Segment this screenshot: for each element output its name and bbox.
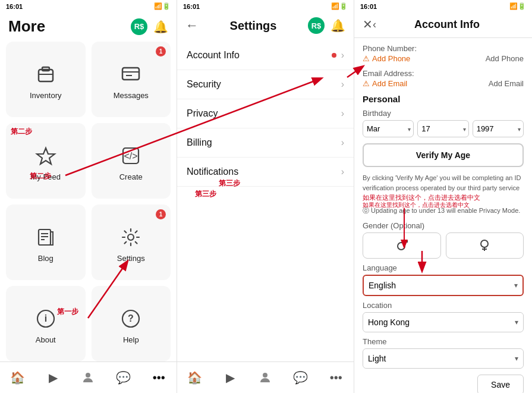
language-select-wrap: English 中文 Español Français	[363, 275, 524, 296]
account-close-btn[interactable]: ✕	[363, 17, 373, 32]
more-grid: Inventory 1 Messages 第二步 My Feed	[0, 42, 177, 361]
grid-item-help[interactable]: ? Help	[92, 286, 171, 361]
account-info-chevron: ›	[341, 50, 344, 61]
birthday-year-select[interactable]: 1997	[473, 120, 524, 137]
save-button[interactable]: Save	[477, 375, 524, 393]
add-email-link[interactable]: ⚠ Add Email	[363, 79, 407, 88]
nav-chat[interactable]: 💬	[113, 367, 134, 388]
billing-label: Billing	[187, 137, 212, 148]
account-body: Phone Number: ⚠ Add Phone Add Phone Emai…	[354, 38, 532, 393]
svg-text:?: ?	[128, 313, 134, 323]
birthday-month-wrap: MarJanFebApr	[363, 120, 414, 137]
location-select[interactable]: Hong Kong United States United Kingdom	[363, 313, 523, 332]
nav-home[interactable]: 🏠	[7, 367, 29, 388]
grid-item-blog[interactable]: Blog	[6, 205, 86, 280]
birthday-row: Birthday MarJanFebApr 17 1997	[363, 109, 524, 137]
account-back-btn[interactable]: ‹	[373, 18, 382, 31]
myfeed-icon	[33, 143, 59, 169]
grid-item-messages[interactable]: 1 Messages	[92, 42, 171, 117]
nav2-home[interactable]: 🏠	[184, 367, 206, 388]
myfeed-label: My Feed	[30, 172, 61, 181]
status-bar-settings: 16:01 📶🔋	[177, 0, 354, 12]
blog-icon	[33, 224, 59, 250]
time-more: 16:01	[6, 3, 23, 10]
privacy-label: Privacy	[187, 108, 218, 119]
status-bar-more: 16:01 📶🔋	[0, 0, 177, 12]
language-row: Language English 中文 Español Français	[363, 263, 524, 296]
language-select[interactable]: English 中文 Español Français	[364, 276, 522, 295]
gender-options	[363, 232, 524, 259]
security-label: Security	[187, 79, 221, 90]
nav2-play[interactable]: ▶	[219, 367, 241, 388]
gender-female-btn[interactable]	[446, 232, 524, 259]
settings-icon	[118, 224, 144, 250]
add-phone-link[interactable]: ⚠ Add Phone	[363, 54, 410, 63]
settings-item-billing[interactable]: Billing ›	[177, 128, 354, 158]
updating-text: ⓪ Updating age to under 13 will enable P…	[363, 206, 524, 215]
settings-back-btn[interactable]: ←	[185, 18, 199, 33]
settings-item-security[interactable]: Security ›	[177, 70, 354, 99]
settings-header-right: R$ 🔔	[308, 17, 345, 34]
about-label: About	[36, 335, 56, 344]
birthday-month-select[interactable]: MarJanFebApr	[363, 120, 414, 137]
settings-header: ← Settings R$ 🔔	[177, 12, 354, 41]
grid-item-create[interactable]: </> Create	[92, 123, 171, 199]
email-action: ⚠ Add Email Add Email	[363, 79, 524, 88]
nav2-more[interactable]: •••	[325, 367, 347, 388]
location-label: Location	[363, 301, 524, 310]
language-label: Language	[363, 263, 524, 272]
highlight-text: 如果在这里找到这个，点击进去选着中文	[363, 194, 480, 201]
inventory-label: Inventory	[30, 91, 61, 100]
add-email-btn[interactable]: Add Email	[489, 79, 524, 88]
svg-text:</>: </>	[124, 151, 138, 161]
settings-bell-icon[interactable]: 🔔	[330, 18, 345, 33]
location-row: Location Hong Kong United States United …	[363, 301, 524, 332]
settings-robux-icon[interactable]: R$	[308, 17, 325, 34]
settings-item-privacy[interactable]: Privacy ›	[177, 99, 354, 128]
svg-point-24	[481, 240, 488, 247]
theme-select[interactable]: Light Dark	[363, 349, 523, 368]
add-phone-btn[interactable]: Add Phone	[486, 54, 524, 63]
grid-item-inventory[interactable]: Inventory	[6, 42, 86, 117]
notifications-label: Notifications	[187, 166, 238, 177]
security-chevron: ›	[341, 79, 344, 90]
nav2-avatar[interactable]	[254, 367, 276, 388]
messages-icon	[118, 61, 144, 87]
birthday-day-wrap: 17	[417, 120, 468, 137]
create-icon: </>	[118, 143, 144, 169]
privacy-chevron: ›	[341, 108, 344, 119]
settings-item-notifications[interactable]: Notifications › 第三步	[177, 158, 354, 187]
bell-icon[interactable]: 🔔	[153, 20, 168, 34]
gender-male-btn[interactable]	[363, 232, 441, 259]
svg-point-18	[86, 373, 90, 378]
phone-action: ⚠ Add Phone Add Phone	[363, 54, 524, 63]
svg-point-13	[128, 234, 134, 240]
app-container: 16:01 📶🔋 More R$ 🔔 Inventory 1	[0, 0, 532, 393]
bottom-nav-settings: 🏠 ▶ 💬 •••	[177, 361, 354, 393]
settings-item-account-info[interactable]: Account Info ›	[177, 41, 354, 70]
settings-label: Settings	[117, 254, 145, 263]
verify-age-button[interactable]: Verify My Age	[363, 143, 524, 167]
nav-more[interactable]: •••	[148, 367, 169, 388]
nav2-chat[interactable]: 💬	[290, 367, 311, 388]
notifications-chevron: ›	[341, 166, 344, 177]
nav-play[interactable]: ▶	[42, 367, 64, 388]
robux-icon[interactable]: R$	[131, 18, 147, 35]
settings-badge: 1	[156, 209, 166, 219]
grid-item-settings[interactable]: 1 Settings	[92, 205, 171, 280]
grid-item-about[interactable]: i About	[6, 286, 86, 361]
panel-account: 16:01 📶🔋 ✕ ‹ Account Info Phone Number: …	[354, 0, 532, 393]
grid-item-myfeed[interactable]: 第二步 My Feed	[6, 123, 86, 199]
theme-row: Theme Light Dark	[363, 337, 524, 369]
birthday-selects: MarJanFebApr 17 1997	[363, 120, 524, 137]
svg-point-19	[263, 373, 267, 378]
step3-label: 第三步	[195, 189, 216, 199]
blog-label: Blog	[38, 254, 53, 263]
help-label: Help	[123, 335, 139, 344]
email-label: Email Address:	[363, 69, 524, 78]
phone-warn-icon: ⚠	[363, 54, 370, 63]
birthday-day-select[interactable]: 17	[417, 120, 468, 137]
phone-row: Phone Number: ⚠ Add Phone Add Phone	[363, 44, 524, 63]
status-icons-more: 📶🔋	[154, 2, 171, 10]
nav-avatar[interactable]	[77, 367, 99, 388]
